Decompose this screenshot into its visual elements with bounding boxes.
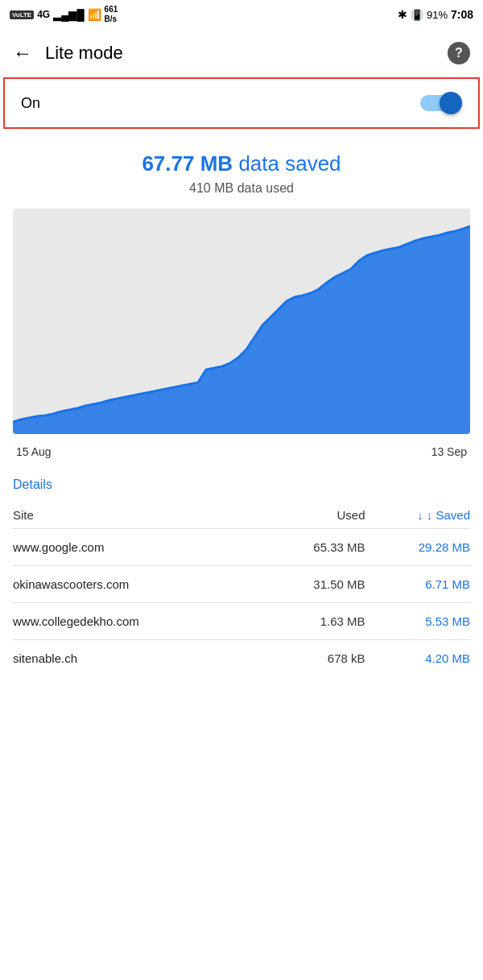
status-right: ✱ 📳 91% 7:08 <box>398 8 473 21</box>
chart-svg <box>13 209 470 434</box>
saved-cell: 5.53 MB <box>365 603 470 640</box>
site-cell: sitenable.ch <box>13 640 262 677</box>
help-button[interactable]: ? <box>448 42 470 64</box>
bluetooth-icon: ✱ <box>398 8 407 21</box>
used-cell: 1.63 MB <box>262 603 365 640</box>
toolbar: ← Lite mode ? <box>0 29 483 77</box>
site-cell: www.google.com <box>13 529 262 566</box>
page-title: Lite mode <box>45 43 448 64</box>
battery-indicator: 91% <box>427 9 448 21</box>
col-site-header: Site <box>13 502 262 529</box>
site-cell: www.collegedekho.com <box>13 603 262 640</box>
signal-bars-icon: ▂▄▆█ <box>53 9 84 21</box>
data-saved-text: data saved <box>238 151 341 176</box>
col-used-header: Used <box>262 502 365 529</box>
usage-chart <box>13 209 470 434</box>
toggle-label: On <box>21 95 40 112</box>
saved-cell: 29.28 MB <box>365 529 470 566</box>
details-heading[interactable]: Details <box>13 471 470 502</box>
data-saved-section: 67.77 MB data saved 410 MB data used <box>0 129 483 209</box>
saved-cell: 6.71 MB <box>365 566 470 603</box>
data-used-subtitle: 410 MB data used <box>16 181 467 196</box>
data-usage-table: Site Used ↓ ↓ Saved www.google.com65.33 … <box>13 502 470 676</box>
signal-4g: 4G <box>37 9 50 20</box>
data-speed: 661B/s <box>105 5 118 24</box>
lite-mode-toggle[interactable] <box>420 92 462 114</box>
status-left: VoLTE 4G ▂▄▆█ 📶 661B/s <box>10 5 118 24</box>
start-date: 15 Aug <box>16 445 52 458</box>
site-cell: okinawascooters.com <box>13 566 262 603</box>
toggle-thumb <box>440 92 462 114</box>
date-range: 15 Aug 13 Sep <box>0 440 483 471</box>
details-section: Details Site Used ↓ ↓ Saved www.google.c… <box>0 471 483 676</box>
data-saved-main: 67.77 MB data saved <box>16 151 467 176</box>
col-saved-header: ↓ ↓ Saved <box>365 502 470 529</box>
back-button[interactable]: ← <box>13 43 32 63</box>
vibrate-icon: 📳 <box>411 9 423 21</box>
wifi-icon: 📶 <box>88 8 101 21</box>
sort-down-icon: ↓ <box>417 508 427 522</box>
table-row: sitenable.ch678 kB4.20 MB <box>13 640 470 677</box>
used-cell: 678 kB <box>262 640 365 677</box>
table-row: okinawascooters.com31.50 MB6.71 MB <box>13 566 470 603</box>
clock: 7:08 <box>451 8 473 21</box>
used-cell: 65.33 MB <box>262 529 365 566</box>
lite-mode-toggle-row[interactable]: On <box>3 77 480 129</box>
data-saved-amount: 67.77 MB <box>142 151 233 176</box>
volte-indicator: VoLTE <box>10 10 34 19</box>
saved-cell: 4.20 MB <box>365 640 470 677</box>
used-cell: 31.50 MB <box>262 566 365 603</box>
table-row: www.collegedekho.com1.63 MB5.53 MB <box>13 603 470 640</box>
status-bar: VoLTE 4G ▂▄▆█ 📶 661B/s ✱ 📳 91% 7:08 <box>0 0 483 29</box>
table-header-row: Site Used ↓ ↓ Saved <box>13 502 470 529</box>
table-row: www.google.com65.33 MB29.28 MB <box>13 529 470 566</box>
end-date: 13 Sep <box>431 445 467 458</box>
